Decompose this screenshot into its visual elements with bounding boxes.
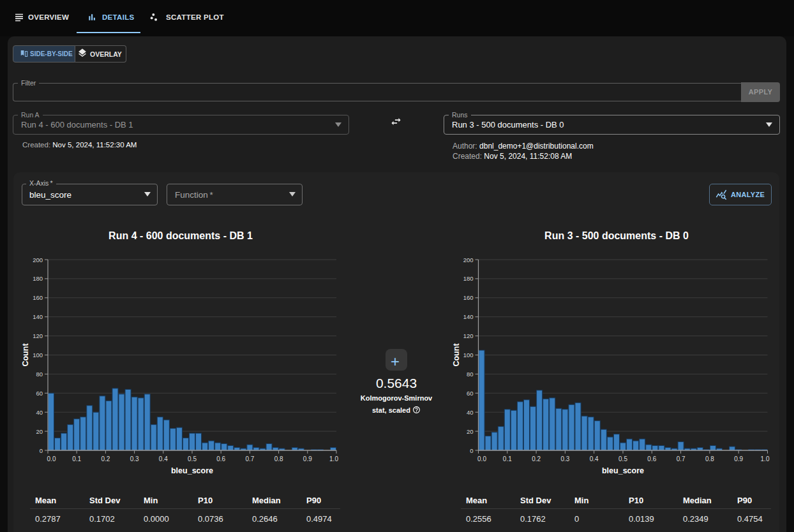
svg-text:40: 40 xyxy=(36,409,43,416)
svg-text:0.1: 0.1 xyxy=(503,455,512,462)
svg-text:0.9: 0.9 xyxy=(303,455,312,462)
svg-text:0.3: 0.3 xyxy=(560,455,569,462)
svg-text:140: 140 xyxy=(463,313,474,320)
svg-text:0.7: 0.7 xyxy=(245,455,254,462)
svg-text:0.8: 0.8 xyxy=(705,455,714,462)
svg-text:100: 100 xyxy=(33,351,43,358)
svg-text:0.9: 0.9 xyxy=(734,455,743,462)
svg-text:0.5: 0.5 xyxy=(618,455,627,462)
svg-text:Count: Count xyxy=(453,343,461,367)
svg-text:160: 160 xyxy=(33,294,43,301)
svg-text:180: 180 xyxy=(463,275,474,282)
svg-text:0.6: 0.6 xyxy=(647,455,656,462)
svg-text:120: 120 xyxy=(463,332,474,339)
svg-text:0.2: 0.2 xyxy=(532,455,541,462)
svg-text:0.4: 0.4 xyxy=(159,455,168,462)
svg-text:20: 20 xyxy=(467,428,474,435)
svg-text:60: 60 xyxy=(36,390,43,397)
svg-text:bleu_score: bleu_score xyxy=(602,466,644,475)
svg-text:160: 160 xyxy=(463,294,474,301)
svg-text:0: 0 xyxy=(470,447,473,454)
svg-text:80: 80 xyxy=(36,371,43,378)
svg-text:120: 120 xyxy=(33,332,43,339)
svg-text:0.4: 0.4 xyxy=(590,455,599,462)
svg-text:180: 180 xyxy=(33,275,43,282)
svg-text:200: 200 xyxy=(463,256,474,263)
svg-text:0.1: 0.1 xyxy=(72,455,81,462)
svg-text:80: 80 xyxy=(467,371,474,378)
svg-text:20: 20 xyxy=(36,428,43,435)
svg-text:0.6: 0.6 xyxy=(216,455,225,462)
svg-text:0: 0 xyxy=(40,447,43,454)
svg-text:0.8: 0.8 xyxy=(274,455,283,462)
svg-text:0.0: 0.0 xyxy=(477,455,486,462)
svg-text:200: 200 xyxy=(33,256,43,263)
svg-text:1.0: 1.0 xyxy=(761,455,770,462)
svg-text:Count: Count xyxy=(21,343,30,367)
svg-text:0.3: 0.3 xyxy=(130,455,139,462)
svg-text:0.2: 0.2 xyxy=(101,455,110,462)
svg-text:0.0: 0.0 xyxy=(47,455,56,462)
svg-text:140: 140 xyxy=(33,313,43,320)
svg-text:0.7: 0.7 xyxy=(677,455,685,462)
svg-text:60: 60 xyxy=(467,390,474,397)
svg-text:1.0: 1.0 xyxy=(329,455,338,462)
svg-text:0.5: 0.5 xyxy=(188,455,197,462)
svg-text:bleu_score: bleu_score xyxy=(171,466,213,475)
svg-text:100: 100 xyxy=(463,351,474,358)
svg-text:40: 40 xyxy=(467,409,474,416)
